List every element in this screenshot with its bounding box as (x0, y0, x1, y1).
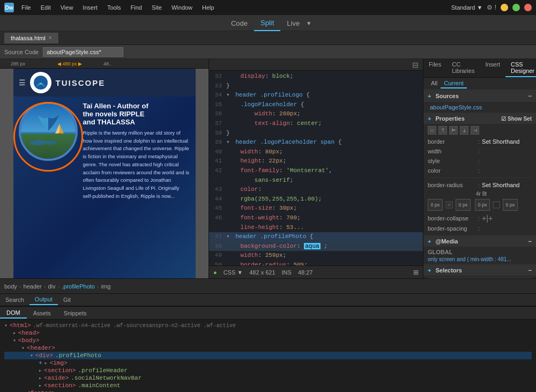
bc-img[interactable]: img (101, 283, 111, 290)
menu-site[interactable]: Site (147, 3, 166, 12)
bottom-tab-git[interactable]: Git (58, 295, 76, 305)
tab-insert[interactable]: Insert (480, 59, 505, 77)
dom-html[interactable]: ▾ <html> .wf-montserrat-n4-active .wf-so… (4, 322, 532, 329)
dom-body[interactable]: ▾ <body> (4, 337, 532, 344)
menu-help[interactable]: Help (198, 3, 219, 12)
border-icon-all[interactable]: □ (428, 126, 436, 135)
gear-icon[interactable]: ⚙ ! (487, 4, 496, 11)
border-radius-input-tl[interactable]: 0 px (428, 199, 443, 211)
bc-div[interactable]: div (48, 283, 55, 290)
tab-cc-libraries[interactable]: CC Libraries (446, 59, 480, 77)
selectors-minus-icon[interactable]: − (528, 267, 532, 273)
dom-head[interactable]: ▸ <head> (4, 329, 532, 337)
selectors-section: + Selectors − COMPUTED header .profilePh… (423, 265, 536, 278)
css-designer-panel: Files CC Libraries Insert CSS Designer A… (423, 59, 536, 278)
minimize-button[interactable] (501, 4, 508, 11)
tab-files[interactable]: Files (423, 59, 446, 77)
standard-dropdown[interactable]: Standard ▼ (451, 4, 483, 11)
dom-html-classes: .wf-montserrat-n4-active .wf-sourcesansp… (33, 323, 236, 329)
code-view-button[interactable]: Code (225, 15, 254, 31)
selectors-header[interactable]: + Selectors − (423, 265, 536, 276)
file-tab-close[interactable]: × (49, 35, 52, 41)
bc-header[interactable]: header (24, 283, 42, 290)
border-radius-input-br[interactable]: 0 px (503, 199, 518, 211)
sources-minus-icon[interactable]: − (528, 92, 532, 100)
menu-view[interactable]: View (56, 3, 78, 12)
assets-tab[interactable]: Assets (27, 308, 57, 318)
live-dropdown-arrow[interactable]: ▼ (306, 20, 311, 26)
app-toolbar: Code Split Live ▼ (0, 15, 536, 31)
all-tab[interactable]: All (428, 79, 441, 88)
source-code-input[interactable] (43, 47, 123, 57)
dom-aside[interactable]: ▸ <aside> .socialNetworkNavBar (4, 374, 532, 382)
code-line-42b: sans-serif; (209, 176, 423, 186)
title-bar-right: Standard ▼ ⚙ ! (451, 4, 532, 11)
border-icon-left[interactable]: ⊣ (471, 126, 479, 135)
media-header[interactable]: + @Media − (423, 236, 536, 247)
split-view-button[interactable]: Split (254, 15, 280, 31)
dom-footer[interactable]: ▸ <footer> (4, 389, 532, 392)
live-view-button[interactable]: Live (280, 15, 306, 31)
border-icon-right[interactable]: ⊢ (449, 126, 458, 135)
bottom-tab-search[interactable]: Search (0, 295, 29, 305)
svg-rect-5 (448, 203, 451, 206)
design-content[interactable]: ☰ TUISCOPE (0, 69, 209, 278)
border-icon-top[interactable]: ⊤ (438, 126, 447, 135)
code-statusbar: ● CSS ▼ 482 x 621 INS 48:27 ⊞ (209, 265, 423, 278)
sources-file[interactable]: aboutPageStyle.css (423, 102, 536, 113)
menu-window[interactable]: Window (167, 3, 197, 12)
code-line-45: 45 font-size: 30px; (209, 204, 423, 213)
css-mode[interactable]: CSS ▼ (224, 269, 243, 276)
border-spacing-prop: border-spacing : (428, 224, 532, 233)
bc-profilephoto[interactable]: .profilePhoto (62, 283, 95, 290)
code-panel[interactable]: ⊟ 32 display: block; 33 } 34 ▾ header .p… (209, 59, 423, 278)
dom-plus-icon[interactable]: + (39, 360, 42, 366)
menu-insert[interactable]: Insert (78, 3, 102, 12)
expand-icon[interactable]: ⊞ (413, 269, 419, 276)
dom-header[interactable]: ▾ <header> (4, 344, 532, 352)
right-panel-tabs: Files CC Libraries Insert CSS Designer (423, 59, 536, 78)
author-name: Tai Allen - Author of the novels RIPPLE … (83, 102, 190, 126)
properties-header[interactable]: + Properties ☑ Show Set (423, 113, 536, 124)
media-rule[interactable]: only screen and ( min-width : 481... (428, 256, 532, 262)
current-tab[interactable]: Current (441, 79, 467, 88)
dom-tab[interactable]: DOM (0, 308, 27, 319)
dom-html-tag: <html> (10, 322, 31, 329)
ins-mode: INS (282, 269, 292, 276)
dom-tabs: DOM Assets Snippets (0, 307, 536, 320)
media-minus-icon[interactable]: − (528, 238, 532, 245)
dom-section-1[interactable]: ▸ <section> .profileHeader (4, 367, 532, 374)
sources-plus-icon[interactable]: + (428, 93, 431, 99)
selectors-label: Selectors (435, 267, 462, 273)
border-collapse-btn[interactable]: +|+ (482, 214, 493, 223)
show-set-checkbox[interactable]: ☑ Show Set (501, 116, 532, 122)
code-line-46: 46 font-weight: 700; (209, 213, 423, 223)
snippets-tab[interactable]: Snippets (57, 308, 93, 318)
bottom-tab-output[interactable]: Output (29, 294, 58, 305)
dom-div[interactable]: ▾ <div> .profilePhoto (4, 352, 532, 359)
border-radius-input-bl[interactable]: 0 px (475, 199, 490, 211)
selectors-plus-icon[interactable]: + (428, 267, 431, 273)
filter-icon[interactable]: ⊟ (412, 61, 419, 69)
menu-file[interactable]: File (17, 3, 35, 12)
media-plus-icon[interactable]: + (428, 238, 431, 245)
padding-icon-2 (491, 199, 502, 210)
dom-img[interactable]: + ▸ <img> (4, 359, 532, 367)
border-prop: border : Set Shorthand (428, 137, 532, 146)
properties-plus-icon[interactable]: + (428, 115, 431, 122)
tab-css-designer[interactable]: CSS Designer (505, 59, 536, 77)
code-line-37: 37 text-align: center; (209, 119, 423, 129)
dom-section-2[interactable]: ▸ <section> .mainContent (4, 382, 532, 389)
border-icon-bottom[interactable]: ⊥ (460, 126, 468, 135)
close-button[interactable] (524, 4, 532, 11)
menu-edit[interactable]: Edit (36, 3, 55, 12)
bc-body[interactable]: body (4, 283, 17, 290)
border-radius-input-tr[interactable]: 0 px (456, 199, 471, 211)
maximize-button[interactable] (512, 4, 520, 11)
padding-icon (444, 199, 455, 210)
menu-find[interactable]: Find (126, 3, 146, 12)
file-tab[interactable]: thalassa.html × (4, 33, 59, 43)
menu-tools[interactable]: Tools (103, 3, 125, 12)
sources-header[interactable]: + Sources − (423, 90, 536, 102)
code-content[interactable]: 32 display: block; 33 } 34 ▾ header .pro… (209, 71, 423, 265)
